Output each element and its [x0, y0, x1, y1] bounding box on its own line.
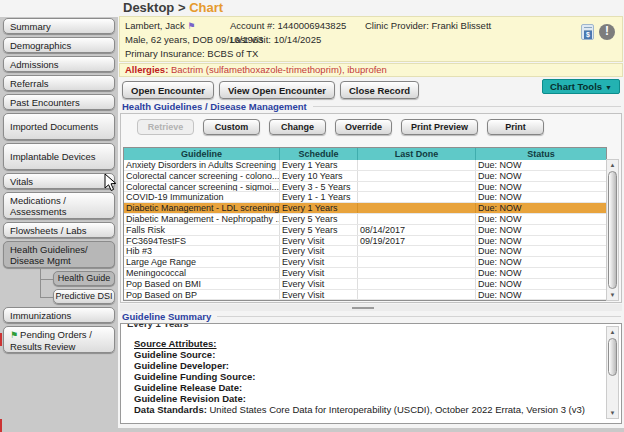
alert-exclamation-icon[interactable]: ! — [599, 24, 615, 40]
table-cell: Every Visit — [280, 236, 358, 246]
table-row[interactable]: Colorectal cancer screening - colono...E… — [124, 171, 606, 182]
table-cell: Due: NOW — [476, 236, 606, 246]
column-header-guideline[interactable]: Guideline — [124, 148, 280, 160]
table-cell: Every 1 Years — [280, 203, 358, 213]
table-row[interactable]: Pop Based on BPEvery VisitDue: NOW — [124, 290, 606, 301]
table-row[interactable]: FC3694TestFSEvery Visit09/19/2017Due: NO… — [124, 236, 606, 247]
table-cell: Due: NOW — [476, 214, 606, 224]
source-attributes-heading: Source Attributes: — [134, 338, 621, 349]
patient-banner-right: Clinic Provider: Franki Blissett — [365, 19, 491, 33]
table-cell — [358, 246, 476, 256]
patient-banner-middle: Account #: 1440006943825 Last Visit: 10/… — [230, 19, 346, 47]
table-cell: Diabetic Management - Nephropathy ... — [124, 214, 280, 224]
sidebar-item-admissions[interactable]: Admissions — [3, 56, 115, 72]
table-cell: Every Visit — [280, 257, 358, 267]
close-record-button[interactable]: Close Record — [340, 81, 419, 99]
table-row[interactable]: Colorectal cancer screening - sigmoi...E… — [124, 182, 606, 193]
billing-document-icon[interactable]: $ — [581, 24, 594, 40]
table-cell: Every Visit — [280, 246, 358, 256]
guidelines-table-body: Anxiety Disorders in Adults ScreeningEve… — [124, 160, 606, 300]
table-cell: Every 1 - 1 Years — [280, 192, 358, 202]
table-cell — [358, 268, 476, 278]
column-header-status[interactable]: Status — [476, 148, 606, 160]
sidebar-item-implantable-devices[interactable]: Implantable Devices — [3, 143, 115, 170]
print-button[interactable]: Print — [487, 119, 544, 135]
change-button[interactable]: Change — [269, 119, 326, 135]
scroll-down-icon[interactable]: ▼ — [607, 290, 618, 300]
summary-attribute-line: Guideline Source: — [134, 349, 621, 360]
table-cell: FC3694TestFS — [124, 236, 280, 246]
table-scrollbar[interactable]: ▲ ▼ — [606, 159, 619, 301]
table-cell — [358, 182, 476, 192]
summary-scrollbar-thumb[interactable] — [608, 338, 617, 376]
chart-toolbar: Open Encounter View Open Encounter Close… — [122, 81, 419, 99]
chart-tools-button[interactable]: Chart Tools▼ — [542, 79, 620, 94]
table-row[interactable]: Hib #3Every VisitDue: NOW — [124, 246, 606, 257]
table-cell — [358, 290, 476, 300]
table-scrollbar-thumb[interactable] — [608, 171, 617, 289]
sidebar-item-medications-assessments[interactable]: Medications / Assessments — [3, 192, 115, 219]
sidebar-item-summary[interactable]: Summary — [3, 18, 115, 34]
scroll-up-icon[interactable]: ▲ — [607, 160, 618, 170]
sidebar-subitem-health-guide[interactable]: Health Guide — [53, 271, 115, 286]
view-open-encounter-button[interactable]: View Open Encounter — [219, 81, 335, 99]
table-row[interactable]: Pop Based on BMIEvery VisitDue: NOW — [124, 279, 606, 290]
table-cell: Colorectal cancer screening - sigmoi... — [124, 182, 280, 192]
table-cell: Anxiety Disorders in Adults Screening — [124, 160, 280, 170]
column-header-last-done[interactable]: Last Done — [358, 148, 476, 160]
table-cell: Due: NOW — [476, 192, 606, 202]
sidebar: SummaryDemographicsAdmissionsReferralsPa… — [0, 0, 118, 432]
allergies-bar: Allergies: Bactrim (sulfamethoxazole-tri… — [119, 63, 623, 77]
sidebar-subitem-predictive-dsi[interactable]: Predictive DSI — [53, 289, 115, 304]
breadcrumb-desktop[interactable]: Desktop — [123, 0, 174, 15]
chart-tools-label: Chart Tools — [550, 81, 602, 92]
summary-scrollbar[interactable]: ▲ ▼ — [606, 326, 619, 419]
clinic-provider: Clinic Provider: Franki Blissett — [365, 19, 491, 33]
allergies-value: Bactrim (sulfamethoxazole-trimethoprim),… — [168, 64, 387, 75]
app-window: SummaryDemographicsAdmissionsReferralsPa… — [0, 0, 624, 432]
override-button[interactable]: Override — [335, 119, 392, 135]
scroll-down-icon[interactable]: ▼ — [607, 408, 618, 418]
table-cell: Due: NOW — [476, 225, 606, 235]
summary-attribute-line: Guideline Funding Source: — [134, 371, 621, 382]
sidebar-item-pending-orders-results-review[interactable]: ⚑Pending Orders / Results Review — [3, 326, 115, 353]
table-row[interactable]: COVID-19 ImmunizationEvery 1 - 1 YearsDu… — [124, 192, 606, 203]
table-row[interactable]: Large Age RangeEvery VisitDue: NOW — [124, 257, 606, 268]
table-row[interactable]: MeningococcalEvery VisitDue: NOW — [124, 268, 606, 279]
sidebar-item-health-guidelines-disease-mgmt[interactable]: Health Guidelines/ Disease Mgmt — [3, 241, 115, 268]
sidebar-item-demographics[interactable]: Demographics — [3, 37, 115, 53]
guidelines-button-row: RetrieveCustomChangeOverridePrint Previe… — [137, 119, 544, 135]
summary-attribute-line: Guideline Release Date: — [134, 382, 621, 393]
patient-flag-icon[interactable]: ⚑ — [187, 21, 195, 31]
sidebar-item-flowsheets-labs[interactable]: Flowsheets / Labs — [3, 222, 115, 238]
sidebar-item-vitals[interactable]: Vitals — [3, 173, 115, 189]
open-encounter-button[interactable]: Open Encounter — [122, 81, 214, 99]
scroll-up-icon[interactable]: ▲ — [607, 327, 618, 337]
table-cell: Every Visit — [280, 279, 358, 289]
data-standards-value: United States Core Data for Interoperabi… — [207, 404, 585, 415]
sidebar-item-immunizations[interactable]: Immunizations — [3, 307, 115, 323]
table-cell: Due: NOW — [476, 279, 606, 289]
table-cell: Hib #3 — [124, 246, 280, 256]
summary-attribute-line: Guideline Developer: — [134, 360, 621, 371]
sidebar-subtree: Health GuidePredictive DSI — [40, 271, 115, 304]
table-cell: Due: NOW — [476, 182, 606, 192]
table-cell: Every 5 Years — [280, 225, 358, 235]
splitter-handle[interactable] — [120, 304, 622, 311]
table-cell: Due: NOW — [476, 246, 606, 256]
sidebar-item-past-encounters[interactable]: Past Encounters — [3, 94, 115, 110]
print-preview-button[interactable]: Print Preview — [401, 119, 478, 135]
guidelines-panel: RetrieveCustomChangeOverridePrint Previe… — [120, 113, 622, 303]
patient-name: Lambert, Jack — [125, 20, 185, 31]
table-row[interactable]: Diabetic Management - Nephropathy ...Eve… — [124, 214, 606, 225]
table-row[interactable]: Diabetic Management - LDL screeningEvery… — [124, 203, 606, 214]
sidebar-item-imported-documents[interactable]: Imported Documents — [3, 113, 115, 140]
sidebar-item-referrals[interactable]: Referrals — [3, 75, 115, 91]
table-row[interactable]: Falls RiskEvery 5 Years08/14/2017Due: NO… — [124, 225, 606, 236]
custom-button[interactable]: Custom — [203, 119, 260, 135]
edge-marker-top — [0, 333, 2, 346]
table-row[interactable]: Anxiety Disorders in Adults ScreeningEve… — [124, 160, 606, 171]
column-header-schedule[interactable]: Schedule — [280, 148, 358, 160]
data-standards-label: Data Standards: — [134, 404, 207, 415]
guidelines-table: GuidelineScheduleLast DoneStatus Anxiety… — [123, 147, 607, 301]
